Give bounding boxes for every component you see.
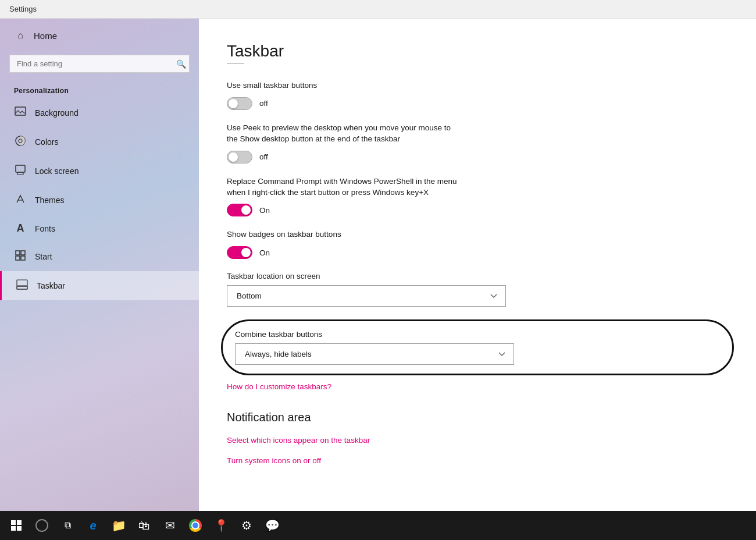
task-view-button[interactable]: ⧉ [56, 514, 79, 537]
search-input[interactable] [9, 55, 190, 73]
sidebar-themes-label: Themes [35, 196, 65, 205]
sidebar-item-lock-screen[interactable]: Lock screen [0, 157, 199, 186]
sidebar-start-label: Start [35, 252, 52, 261]
page-title: Taskbar [227, 42, 728, 61]
store-icon: 🛍 [138, 519, 150, 532]
svg-rect-10 [17, 286, 27, 289]
toggle-track-peek [227, 151, 252, 164]
background-icon [14, 106, 27, 120]
toggle-text-powershell: On [259, 206, 270, 215]
taskbar-location-label: Taskbar location on screen [227, 272, 728, 280]
toggle-text-peek: off [259, 152, 268, 161]
mail-button[interactable]: ✉ [158, 514, 181, 537]
toggle-text-badges: On [259, 248, 270, 257]
toggle-text-small-buttons: off [259, 99, 268, 108]
setting-peek-label: Use Peek to preview the desktop when you… [227, 123, 728, 145]
sidebar-item-themes[interactable]: Themes [0, 186, 199, 215]
title-bar: Settings [0, 0, 756, 19]
sidebar-taskbar-label: Taskbar [37, 281, 65, 290]
toggle-row-badges: On [227, 246, 728, 259]
toggle-track-badges [227, 246, 252, 259]
mail-icon: ✉ [165, 518, 175, 532]
turn-system-icons-link[interactable]: Turn system icons on or off [227, 456, 321, 465]
toggle-row-powershell: On [227, 204, 728, 216]
start-menu-icon [14, 250, 27, 264]
toggle-small-buttons[interactable] [227, 97, 252, 110]
svg-rect-9 [21, 256, 25, 260]
app-title: Settings [9, 5, 37, 13]
maps-button[interactable]: 📍 [209, 514, 233, 537]
setting-powershell-label: Replace Command Prompt with Windows Powe… [227, 176, 728, 198]
sidebar-section-label: Personalization [0, 82, 199, 98]
toggle-track-small-buttons [227, 97, 252, 110]
search-button[interactable] [30, 514, 54, 537]
file-explorer-icon: 📁 [112, 518, 126, 532]
toggle-badges[interactable] [227, 246, 252, 259]
sidebar-home-label: Home [34, 31, 57, 41]
lock-screen-icon [14, 164, 27, 178]
toggle-thumb-small-buttons [229, 99, 238, 108]
taskbar-location-dropdown[interactable]: Bottom Top Left Right [227, 285, 506, 307]
combine-buttons-highlighted: Combine taskbar buttons Always, hide lab… [221, 319, 734, 375]
line-icon: 💬 [265, 518, 280, 532]
toggle-thumb-badges [241, 248, 251, 257]
taskbar-icon [16, 279, 28, 293]
settings-button[interactable]: ⚙ [235, 514, 258, 537]
svg-rect-11 [17, 280, 27, 286]
task-view-icon: ⧉ [65, 520, 71, 531]
svg-rect-0 [15, 107, 26, 115]
combine-buttons-dropdown[interactable]: Always, hide labels When taskbar is full… [235, 343, 514, 365]
edge-icon: e [90, 519, 96, 532]
main-area: ⌂ Home 🔍 Personalization Background [0, 19, 756, 511]
sidebar-item-colors[interactable]: Colors [0, 127, 199, 157]
colors-icon [14, 135, 27, 149]
toggle-peek[interactable] [227, 151, 252, 164]
toggle-thumb-powershell [241, 205, 251, 215]
chrome-button[interactable] [184, 514, 207, 537]
title-underline [227, 63, 244, 64]
svg-rect-3 [16, 165, 25, 172]
setting-small-buttons-label: Use small taskbar buttons [227, 80, 728, 91]
sidebar-background-label: Background [35, 108, 79, 118]
cortana-icon [35, 519, 48, 532]
store-button[interactable]: 🛍 [133, 514, 156, 537]
taskbar-bar: ⧉ e 📁 🛍 ✉ 📍 ⚙ 💬 [0, 511, 756, 540]
toggle-powershell[interactable] [227, 204, 252, 216]
file-explorer-button[interactable]: 📁 [107, 514, 130, 537]
gear-icon: ⚙ [241, 518, 252, 532]
setting-badges-label: Show badges on taskbar buttons [227, 229, 728, 240]
fonts-icon: A [14, 222, 27, 235]
svg-rect-8 [16, 256, 20, 260]
toggle-thumb-peek [229, 152, 238, 162]
customize-taskbars-link[interactable]: How do I customize taskbars? [227, 382, 331, 391]
search-icon-button[interactable]: 🔍 [176, 59, 186, 69]
svg-rect-7 [21, 251, 25, 255]
sidebar-home[interactable]: ⌂ Home [0, 19, 199, 52]
select-icons-link[interactable]: Select which icons appear on the taskbar [227, 436, 370, 445]
sidebar-item-background[interactable]: Background [0, 98, 199, 127]
sidebar-item-start[interactable]: Start [0, 242, 199, 271]
windows-logo-icon [11, 520, 22, 531]
start-button[interactable] [5, 514, 28, 537]
sidebar-item-fonts[interactable]: A Fonts [0, 215, 199, 242]
maps-icon: 📍 [214, 518, 229, 532]
sidebar: ⌂ Home 🔍 Personalization Background [0, 19, 199, 511]
notification-area-section: Notification area Select which icons app… [227, 411, 728, 471]
edge-button[interactable]: e [81, 514, 105, 537]
taskbar-location-container: Taskbar location on screen Bottom Top Le… [227, 272, 728, 307]
notification-area-title: Notification area [227, 411, 728, 424]
toggle-row-peek: off [227, 151, 728, 164]
sidebar-item-taskbar[interactable]: Taskbar [0, 271, 199, 300]
svg-rect-6 [16, 251, 20, 255]
content-area: Taskbar Use small taskbar buttons off Us… [199, 19, 756, 511]
combine-buttons-container: Combine taskbar buttons Always, hide lab… [235, 330, 720, 365]
toggle-track-powershell [227, 204, 252, 216]
sidebar-search: 🔍 [9, 55, 190, 73]
sidebar-fonts-label: Fonts [35, 224, 55, 233]
combine-buttons-label: Combine taskbar buttons [235, 330, 720, 339]
chrome-icon [189, 519, 202, 532]
sidebar-colors-label: Colors [35, 137, 58, 147]
sidebar-lock-screen-label: Lock screen [35, 166, 79, 176]
line-button[interactable]: 💬 [261, 514, 284, 537]
toggle-row-small-buttons: off [227, 97, 728, 110]
